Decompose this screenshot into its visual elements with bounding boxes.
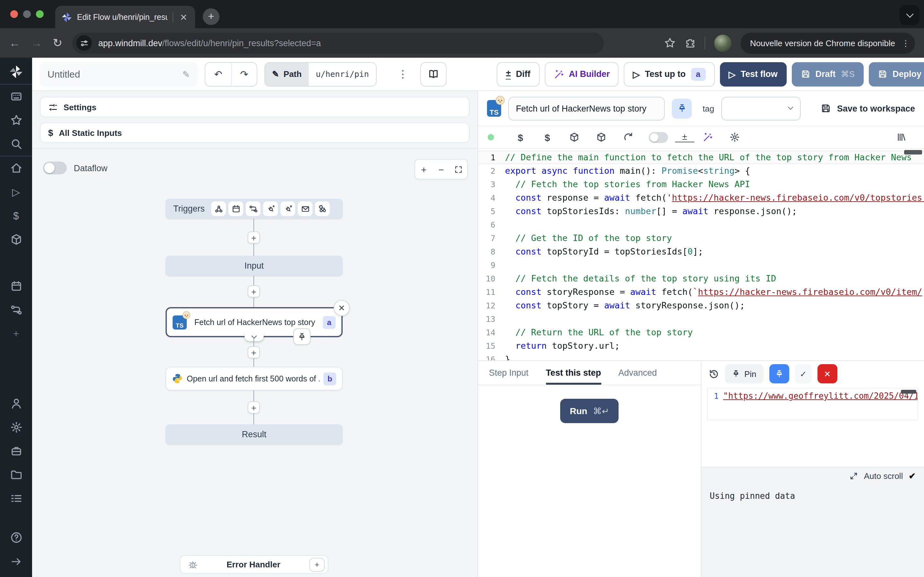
sidebar-item-favorites[interactable]	[0, 108, 32, 132]
code-line[interactable]: 12 const topStory = await storyResponse.…	[478, 299, 924, 312]
package-icon[interactable]	[561, 132, 588, 142]
tag-select[interactable]	[721, 97, 801, 120]
add-resource-icon[interactable]: $	[534, 132, 561, 143]
zoom-in-button[interactable]: +	[415, 160, 433, 179]
editor-settings-gear-icon[interactable]	[721, 132, 748, 142]
library-icon[interactable]	[887, 132, 914, 142]
schedule-trigger-icon[interactable]	[228, 201, 243, 216]
code-line[interactable]: 1// Define the main function to fetch th…	[478, 151, 924, 164]
zoom-out-button[interactable]: −	[433, 160, 450, 179]
remove-step-icon[interactable]: ✕	[334, 300, 350, 316]
history-icon[interactable]	[708, 368, 719, 379]
draft-button[interactable]: Draft ⌘S	[792, 62, 864, 86]
deploy-button[interactable]: Deploy	[869, 62, 924, 86]
tab-search-button[interactable]	[900, 5, 919, 25]
code-line[interactable]: 11 const storyResponse = await fetch(`ht…	[478, 285, 924, 299]
step-pin-icon[interactable]	[293, 328, 310, 345]
sidebar-item-runs[interactable]: ▷	[0, 180, 32, 204]
sidebar-expand-icon[interactable]	[0, 550, 32, 573]
step-node-a[interactable]: TS Fetch url of HackerNews top story a ✕	[166, 307, 342, 337]
sidebar-item-users[interactable]	[0, 392, 32, 416]
result-node[interactable]: Result	[166, 424, 342, 444]
pinned-editor-scrollbar[interactable]	[901, 390, 916, 394]
sidebar-item-help[interactable]	[0, 526, 32, 550]
sidebar-item-triggers[interactable]	[0, 298, 32, 322]
add-step-button[interactable]: +	[248, 401, 260, 414]
bookmark-star-icon[interactable]	[664, 37, 676, 49]
ai-builder-button[interactable]: AI Builder	[544, 62, 619, 86]
path-edit-button[interactable]: ✎ Path	[265, 63, 309, 85]
pin-step-button[interactable]	[672, 98, 692, 118]
tab-advanced[interactable]: Advanced	[618, 361, 657, 385]
http-route-trigger-icon[interactable]	[246, 201, 260, 216]
fullscreen-window-button[interactable]	[36, 10, 44, 18]
add-step-button[interactable]: +	[248, 285, 260, 298]
fit-view-button[interactable]	[450, 160, 467, 179]
error-handler-node[interactable]: Error Handler +	[180, 555, 328, 574]
email-trigger-icon[interactable]	[298, 201, 312, 216]
chrome-update-button[interactable]: Nouvelle version de Chrome disponible ⋮	[740, 32, 915, 53]
ai-assistant-icon[interactable]	[694, 132, 721, 142]
pin-active-button[interactable]	[769, 364, 789, 384]
chrome-menu-icon[interactable]: ⋮	[901, 38, 910, 48]
tab-step-input[interactable]: Step Input	[489, 361, 528, 385]
sidebar-item-variables[interactable]: $	[0, 204, 32, 227]
sidebar-item-resources[interactable]	[0, 227, 32, 251]
redo-button[interactable]: ↷	[231, 63, 257, 85]
code-editor[interactable]: 1// Define the main function to fetch th…	[478, 149, 924, 360]
test-flow-button[interactable]: ▷ Test flow	[720, 62, 787, 86]
diff-button[interactable]: ± Diff	[497, 62, 540, 86]
reload-icon[interactable]: ↻	[53, 37, 62, 49]
code-line[interactable]: 7 // Get the ID of the top story	[478, 231, 924, 245]
code-line[interactable]: 4 const response = await fetch('https://…	[478, 191, 924, 205]
sidebar-item-schedules[interactable]	[0, 274, 32, 298]
sidebar-item-search[interactable]	[0, 132, 32, 156]
sidebar-item-apps[interactable]	[0, 85, 32, 108]
add-step-button[interactable]: +	[248, 231, 260, 243]
more-options-kebab-icon[interactable]: ⋮	[393, 68, 413, 80]
input-node[interactable]: Input	[166, 256, 342, 276]
websocket-trigger-icon[interactable]	[263, 201, 278, 216]
sidebar-item-folders[interactable]	[0, 463, 32, 487]
step-node-b[interactable]: Open url and fetch first 500 words of ..…	[166, 367, 342, 390]
profile-avatar[interactable]	[714, 34, 732, 52]
expand-icon[interactable]	[850, 472, 858, 480]
flow-canvas[interactable]: Dataflow + − Triggers	[32, 149, 477, 577]
browser-tab[interactable]: Edit Flow u/henri/pin_results ✕	[55, 6, 195, 28]
new-tab-button[interactable]: +	[203, 8, 220, 25]
tab-close-icon[interactable]: ✕	[179, 12, 189, 22]
reload-icon[interactable]	[615, 132, 642, 142]
diff-mode-toggle[interactable]	[642, 132, 675, 143]
webhook-trigger-icon[interactable]	[211, 201, 226, 216]
kafka-trigger-icon[interactable]	[280, 201, 295, 216]
code-line[interactable]: 8 const topStoryId = topStoriesIds[0];	[478, 245, 924, 258]
all-static-inputs-button[interactable]: $ All Static Inputs	[40, 122, 470, 143]
back-icon[interactable]: ←	[9, 37, 21, 49]
editor-scrollbar[interactable]	[904, 150, 922, 155]
undo-button[interactable]: ↶	[205, 63, 231, 85]
save-to-workspace-button[interactable]: Save to workspace	[821, 103, 915, 113]
add-variable-icon[interactable]: $	[507, 132, 534, 143]
sidebar-item-audit-logs[interactable]	[0, 487, 32, 510]
tab-test-this-step[interactable]: Test this step	[546, 361, 601, 385]
flow-settings-button[interactable]: Settings	[40, 97, 470, 117]
docs-book-button[interactable]	[420, 62, 447, 86]
code-line[interactable]: 14 // Return the URL of the top story	[478, 326, 924, 339]
test-up-to-button[interactable]: ▷ Test up to a	[624, 62, 714, 86]
package-icon[interactable]	[588, 132, 615, 142]
address-bar[interactable]: app.windmill.dev/flows/edit/u/henri/pin_…	[73, 32, 604, 53]
code-line[interactable]: 16}	[478, 353, 924, 360]
scheduled-poll-trigger-icon[interactable]	[315, 201, 330, 216]
add-step-button[interactable]: +	[248, 346, 260, 358]
close-pinned-button[interactable]: ✕	[817, 364, 837, 384]
sidebar-item-home[interactable]	[0, 156, 32, 180]
sidebar-item-workers[interactable]	[0, 439, 32, 463]
confirm-pin-button[interactable]: ✓	[795, 364, 812, 384]
extensions-icon[interactable]	[685, 37, 696, 48]
run-button[interactable]: Run ⌘↵	[560, 399, 619, 423]
edit-name-pencil-icon[interactable]: ✎	[183, 69, 190, 79]
forward-icon[interactable]: →	[31, 37, 42, 49]
close-window-button[interactable]	[10, 10, 18, 18]
dataflow-toggle[interactable]	[43, 161, 67, 174]
code-line[interactable]: 2export async function main(): Promise<s…	[478, 164, 924, 177]
